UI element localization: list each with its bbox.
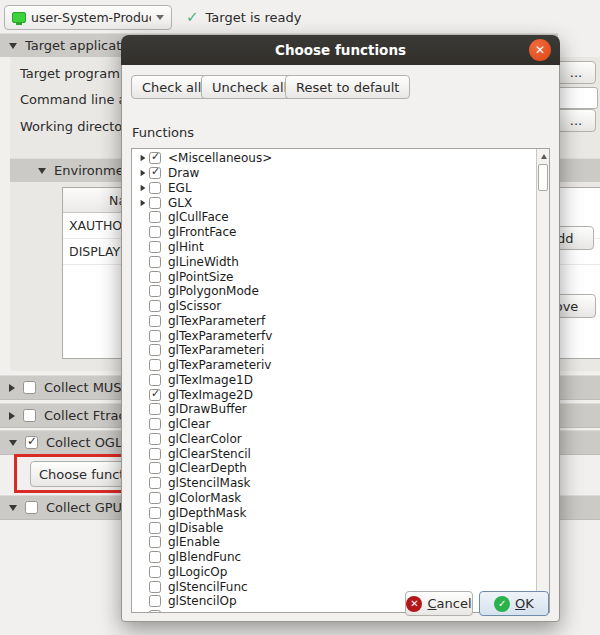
function-checkbox[interactable] xyxy=(149,197,161,209)
function-checkbox[interactable] xyxy=(149,374,161,386)
function-row[interactable]: glClearDepth xyxy=(136,461,549,476)
function-checkbox[interactable] xyxy=(149,359,161,371)
function-row[interactable]: glTexParameteri xyxy=(136,343,549,358)
collect-ogl-checkbox[interactable] xyxy=(25,436,38,449)
function-label: glTexParameteriv xyxy=(168,358,271,372)
function-checkbox[interactable] xyxy=(149,595,161,607)
function-row[interactable]: glPolygonMode xyxy=(136,284,549,299)
function-row[interactable]: glDepthMask xyxy=(136,505,549,520)
function-row[interactable]: glTexParameterfv xyxy=(136,328,549,343)
function-row[interactable]: glPointSize xyxy=(136,269,549,284)
function-label: glClear xyxy=(168,417,210,431)
choose-functions-dialog: Choose functions ✕ Check all Uncheck all… xyxy=(121,35,560,622)
function-row[interactable]: glLogicOp xyxy=(136,564,549,579)
function-label: glTexParameterfv xyxy=(168,329,272,343)
expander-down-icon xyxy=(9,440,17,446)
expand-arrow-icon[interactable] xyxy=(140,170,145,176)
function-row[interactable]: glTexParameteriv xyxy=(136,358,549,373)
function-row[interactable]: glHint xyxy=(136,240,549,255)
function-checkbox[interactable] xyxy=(149,211,161,223)
function-row[interactable]: glDisable xyxy=(136,520,549,535)
function-row[interactable]: glTexImage1D xyxy=(136,372,549,387)
reset-to-default-button[interactable]: Reset to default xyxy=(285,75,410,99)
function-row[interactable]: glClear xyxy=(136,417,549,432)
cancel-label: Cancel xyxy=(427,596,471,611)
function-label: glStencilOp xyxy=(168,594,237,608)
function-checkbox[interactable] xyxy=(149,167,161,179)
function-checkbox[interactable] xyxy=(149,581,161,593)
function-checkbox[interactable] xyxy=(149,256,161,268)
function-row[interactable]: Draw xyxy=(136,166,549,181)
function-row[interactable]: <Miscellaneous> xyxy=(136,151,549,166)
close-button[interactable]: ✕ xyxy=(529,39,551,61)
uncheck-all-button[interactable]: Uncheck all xyxy=(201,75,298,99)
collect-gpu-checkbox[interactable] xyxy=(25,501,38,514)
function-checkbox[interactable] xyxy=(149,315,161,327)
expand-arrow-icon[interactable] xyxy=(140,199,145,205)
function-checkbox[interactable] xyxy=(149,522,161,534)
functions-list-label: Functions xyxy=(132,125,194,140)
function-checkbox[interactable] xyxy=(149,507,161,519)
function-row[interactable]: glScissor xyxy=(136,299,549,314)
function-checkbox[interactable] xyxy=(149,477,161,489)
function-checkbox[interactable] xyxy=(149,344,161,356)
function-row[interactable]: glTexImage2D xyxy=(136,387,549,402)
function-row[interactable]: glBlendFunc xyxy=(136,550,549,565)
function-row[interactable]: glCullFace xyxy=(136,210,549,225)
function-label: glLogicOp xyxy=(168,565,227,579)
expand-arrow-icon[interactable] xyxy=(140,155,145,161)
function-checkbox[interactable] xyxy=(149,403,161,415)
ok-label: OK xyxy=(515,596,534,611)
function-row[interactable]: GLX xyxy=(136,195,549,210)
close-icon: ✕ xyxy=(535,43,545,57)
function-checkbox[interactable] xyxy=(149,330,161,342)
function-checkbox[interactable] xyxy=(149,152,161,164)
function-label: glDisable xyxy=(168,521,223,535)
target-selector-dropdown[interactable]: user-System-Product-Nar xyxy=(4,5,172,30)
ok-button[interactable]: ✓ OK xyxy=(479,591,549,616)
browse-target-program-button[interactable]: ... xyxy=(556,61,596,84)
function-label: glLineWidth xyxy=(168,255,239,269)
function-checkbox[interactable] xyxy=(149,448,161,460)
function-checkbox[interactable] xyxy=(149,418,161,430)
function-row[interactable]: glTexParameterf xyxy=(136,313,549,328)
expand-arrow-icon[interactable] xyxy=(140,185,145,191)
scrollbar-thumb[interactable] xyxy=(538,164,548,191)
function-row[interactable]: EGL xyxy=(136,181,549,196)
function-checkbox[interactable] xyxy=(149,566,161,578)
ok-icon: ✓ xyxy=(494,596,510,612)
collect-musa-checkbox[interactable] xyxy=(23,381,36,394)
collect-ftrace-checkbox[interactable] xyxy=(23,409,36,422)
function-label: glTexImage2D xyxy=(168,388,253,402)
function-checkbox[interactable] xyxy=(149,271,161,283)
dialog-title: Choose functions xyxy=(275,42,406,58)
function-checkbox[interactable] xyxy=(149,285,161,297)
function-checkbox[interactable] xyxy=(149,389,161,401)
scroll-up-icon[interactable] xyxy=(538,150,549,163)
function-row[interactable]: glClearStencil xyxy=(136,446,549,461)
function-checkbox[interactable] xyxy=(149,462,161,474)
function-checkbox[interactable] xyxy=(149,536,161,548)
function-row[interactable]: glLineWidth xyxy=(136,254,549,269)
cancel-button[interactable]: ✕ Cancel xyxy=(405,591,473,616)
functions-list: <Miscellaneous> Draw EGL GLX glCullFace … xyxy=(131,148,550,613)
function-checkbox[interactable] xyxy=(149,433,161,445)
function-checkbox[interactable] xyxy=(149,492,161,504)
dialog-titlebar: Choose functions ✕ xyxy=(121,35,560,65)
function-row[interactable]: glDrawBuffer xyxy=(136,402,549,417)
function-row[interactable]: glFrontFace xyxy=(136,225,549,240)
function-checkbox[interactable] xyxy=(149,300,161,312)
function-label: <Miscellaneous> xyxy=(168,151,272,165)
function-row[interactable]: glClearColor xyxy=(136,432,549,447)
function-row[interactable]: glStencilMask xyxy=(136,476,549,491)
function-checkbox[interactable] xyxy=(149,182,161,194)
function-checkbox[interactable] xyxy=(149,241,161,253)
function-checkbox[interactable] xyxy=(149,551,161,563)
browse-working-directory-button[interactable]: ... xyxy=(556,109,596,132)
scrollbar[interactable] xyxy=(536,149,549,612)
function-row[interactable]: glColorMask xyxy=(136,491,549,506)
function-checkbox[interactable] xyxy=(149,610,161,613)
function-row[interactable]: glEnable xyxy=(136,535,549,550)
function-checkbox[interactable] xyxy=(149,226,161,238)
function-label: glPolygonMode xyxy=(168,284,259,298)
